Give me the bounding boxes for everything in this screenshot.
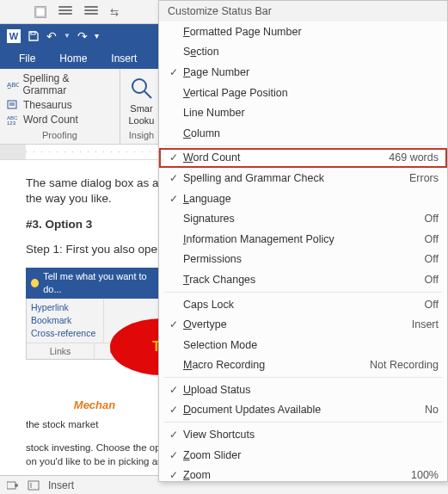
menu-item-value: Insert <box>412 318 439 330</box>
mini-crossref: Cross-reference <box>31 327 99 339</box>
svg-rect-12 <box>28 481 39 490</box>
menu-item-label: Upload Status <box>183 384 439 396</box>
doc-text: stock investing. Choose the optic <box>26 442 170 453</box>
undo-dropdown-icon[interactable]: ▼ <box>64 32 71 40</box>
check-icon: ✓ <box>164 469 183 481</box>
redo-icon[interactable]: ↷ <box>77 29 88 43</box>
menu-item-zoom-slider[interactable]: ✓Zoom Slider <box>159 445 447 466</box>
thesaurus-icon <box>7 99 19 111</box>
toggle-icon[interactable]: ⇆ <box>110 6 119 18</box>
menu-item-value: 100% <box>411 469 439 481</box>
tell-me-label: Tell me what you want to do... <box>43 270 158 296</box>
menu-item-information-management-policy[interactable]: Information Management PolicyOff <box>159 229 447 250</box>
menu-item-label: View Shortcuts <box>183 429 439 441</box>
thesaurus-label: Thesaurus <box>23 99 72 111</box>
menu-item-value: Off <box>425 274 439 286</box>
word-app-icon: W <box>7 29 21 43</box>
menu-item-vertical-page-position[interactable]: Vertical Page Position <box>159 83 447 103</box>
check-icon: ✓ <box>164 151 183 164</box>
menu-item-upload-status[interactable]: ✓Upload Status <box>159 380 447 400</box>
svg-point-8 <box>132 79 146 93</box>
smart-lookup-button[interactable]: Smar Looku <box>120 72 163 126</box>
svg-text:ABC: ABC <box>7 81 19 89</box>
svg-rect-0 <box>36 7 45 15</box>
thesaurus-button[interactable]: Thesaurus <box>7 99 113 111</box>
check-icon: ✓ <box>164 404 183 416</box>
menu-item-column[interactable]: Column <box>159 123 447 144</box>
menu-item-track-changes[interactable]: Track ChangesOff <box>159 269 447 290</box>
tab-home[interactable]: Home <box>47 48 99 69</box>
menu-item-word-count[interactable]: ✓Word Count469 words <box>159 148 447 169</box>
menu-item-label: Formatted Page Number <box>183 26 439 38</box>
menu-item-label: Signatures <box>183 213 425 225</box>
menu-item-spelling-and-grammar-check[interactable]: ✓Spelling and Grammar CheckErrors <box>159 168 447 188</box>
menu-item-overtype[interactable]: ✓OvertypeInsert <box>159 314 447 335</box>
insights-group-label: Insigh <box>129 128 154 140</box>
check-icon: ✓ <box>164 449 183 461</box>
group-proofing: ABC Spelling & Grammar Thesaurus ABC123 … <box>0 69 120 144</box>
menu-item-section[interactable]: Section <box>159 42 447 63</box>
brand-text: Mechan <box>26 398 163 413</box>
menu-item-label: Page Number <box>183 66 439 78</box>
menu-item-label: Document Updates Available <box>183 404 425 416</box>
menu-item-selection-mode[interactable]: Selection Mode <box>159 335 447 355</box>
menu-item-label: Selection Mode <box>183 339 439 351</box>
menu-item-value: Off <box>425 213 439 225</box>
menu-item-label: Column <box>183 127 439 139</box>
spelling-check-icon: ABC <box>7 78 19 90</box>
menu-item-label: Information Management Policy <box>183 233 425 245</box>
check-icon: ✓ <box>164 66 183 78</box>
customize-qat-icon[interactable]: ▾ <box>95 31 99 40</box>
menu-item-label: Line Number <box>183 107 439 119</box>
lookup-label-2: Looku <box>129 115 155 126</box>
menu-item-label: Zoom <box>183 469 411 481</box>
menu-item-permissions[interactable]: PermissionsOff <box>159 250 447 270</box>
menu-item-macro-recording[interactable]: Macro RecordingNot Recording <box>159 355 447 376</box>
indent-decrease-icon[interactable] <box>58 6 72 18</box>
menu-item-caps-lock[interactable]: Caps LockOff <box>159 294 447 315</box>
mini-links-label: Links <box>27 343 95 359</box>
svg-rect-1 <box>31 32 35 34</box>
menu-item-zoom[interactable]: ✓Zoom100% <box>159 465 447 485</box>
menu-item-line-number[interactable]: Line Number <box>159 102 447 123</box>
mini-bookmark: Bookmark <box>31 314 99 326</box>
menu-item-formatted-page-number[interactable]: Formatted Page Number <box>159 22 447 42</box>
menu-item-view-shortcuts[interactable]: ✓View Shortcuts <box>159 424 447 445</box>
check-icon: ✓ <box>164 193 183 205</box>
status-insert[interactable]: Insert <box>48 479 74 491</box>
paste-icon[interactable] <box>34 6 46 18</box>
svg-line-9 <box>144 91 151 98</box>
menu-item-page-number[interactable]: ✓Page Number <box>159 62 447 83</box>
menu-item-label: Macro Recording <box>183 359 370 371</box>
doc-text: on you'd like to be in picking and <box>26 456 169 466</box>
customize-status-bar-menu: Customize Status Bar Formatted Page Numb… <box>158 0 448 482</box>
indent-increase-icon[interactable] <box>84 6 98 18</box>
menu-item-value: No <box>425 404 439 416</box>
spelling-grammar-label: Spelling & Grammar <box>23 72 113 96</box>
undo-icon[interactable]: ↶ <box>46 29 57 43</box>
save-icon[interactable] <box>28 30 40 42</box>
word-count-button[interactable]: ABC123 Word Count <box>7 114 113 126</box>
tab-file[interactable]: File <box>7 48 47 69</box>
menu-item-document-updates-available[interactable]: ✓Document Updates AvailableNo <box>159 400 447 421</box>
tab-insert[interactable]: Insert <box>99 48 149 69</box>
macro-record-icon[interactable] <box>7 480 19 491</box>
check-icon: ✓ <box>164 318 183 330</box>
menu-item-label: Track Changes <box>183 274 425 286</box>
spelling-grammar-button[interactable]: ABC Spelling & Grammar <box>7 72 113 96</box>
word-count-icon: ABC123 <box>7 114 19 126</box>
menu-item-language[interactable]: ✓Language <box>159 188 447 209</box>
menu-item-label: Section <box>183 46 439 58</box>
lookup-label-1: Smar <box>130 103 152 114</box>
tell-me-bar: Tell me what you want to do... <box>26 268 163 299</box>
group-insights: Smar Looku Insigh <box>120 69 163 144</box>
doc-text: The same dialog box as ab <box>26 176 165 189</box>
check-icon: ✓ <box>164 384 183 396</box>
menu-item-label: Word Count <box>183 151 389 164</box>
menu-item-signatures[interactable]: SignaturesOff <box>159 208 447 229</box>
overtype-icon[interactable] <box>28 480 40 491</box>
menu-item-value: Not Recording <box>370 359 439 371</box>
menu-item-value: 469 words <box>389 151 439 164</box>
svg-rect-10 <box>7 482 15 489</box>
doc-text: the way you like. <box>26 192 112 205</box>
